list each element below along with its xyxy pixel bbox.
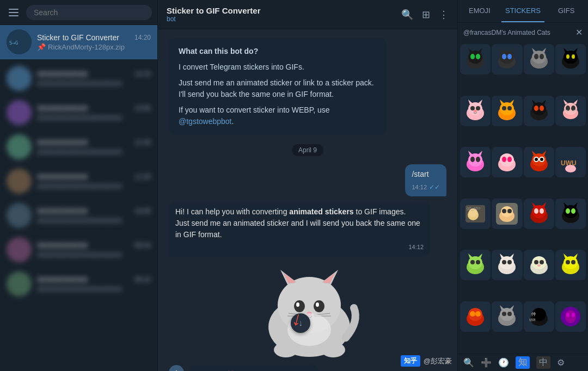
more-button[interactable]: ⋮	[439, 9, 449, 21]
language-badge: 中	[536, 356, 550, 369]
chat-preview: 📌 RickAndMorty-128px.zip	[37, 43, 151, 51]
chat-preview: XXXXXXXXXXXXXXXXXX	[37, 79, 151, 88]
chat-item[interactable]: XXXXXXXXXX 11:20 XXXXXXXXXXXXXXXXXX	[0, 164, 157, 199]
svg-point-49	[470, 106, 475, 110]
preview-text: RickAndMorty-128px.zip	[48, 43, 125, 51]
sticker-item[interactable]	[492, 96, 522, 126]
svg-point-134	[566, 260, 570, 264]
sticker-item[interactable]	[460, 96, 491, 126]
cat-sticker-3	[525, 45, 553, 73]
sticker-item[interactable]	[460, 301, 491, 332]
close-sticker-panel-button[interactable]: ✕	[575, 27, 583, 38]
tab-gifs[interactable]: GIFS	[544, 0, 588, 22]
layout-button[interactable]: ⊞	[422, 9, 430, 21]
settings-icon[interactable]: ⚙	[557, 357, 565, 368]
sender-avatar: A	[169, 365, 184, 372]
svg-point-57	[507, 106, 512, 110]
chat-item[interactable]: XXXXXXXXXX 13:55 XXXXXXXXXXXXXXXXXX	[0, 96, 157, 130]
svg-point-31	[502, 54, 506, 59]
chat-item[interactable]: XXXXXXXXXX 09:10 XXXXXXXXXXXXXXXXXX	[0, 267, 157, 301]
pin-icon: 📌	[37, 43, 46, 51]
outgoing-message-row: /start 14:12 ✓✓	[169, 164, 446, 196]
avatar	[7, 169, 32, 194]
sticker-item[interactable]	[524, 147, 554, 177]
svg-point-139	[475, 311, 481, 317]
svg-point-153	[572, 313, 575, 317]
sticker-item[interactable]	[492, 44, 522, 75]
avatar: S→G	[7, 29, 32, 54]
watermark-author: @彭宏豪	[424, 356, 452, 366]
cat-sticker-13: gif_stio	[461, 200, 489, 228]
chat-item[interactable]: XXXXXXXXXX 09:44 XXXXXXXXXXXXXXXXXX	[0, 233, 157, 267]
sticker-item[interactable]	[492, 301, 522, 332]
hamburger-line-3	[9, 15, 19, 16]
chat-item[interactable]: XXXXXXXXXX 12:30 XXXXXXXXXXXXXXXXXX	[0, 130, 157, 164]
main-chat: Sticker to GIF Converter bot 🔍 ⊞ ⋮ What …	[158, 0, 457, 371]
sidebar: S→G Sticker to GIF Converter 14:20 📌 Ric…	[0, 0, 158, 371]
main-wrapper: Sticker to GIF Converter bot 🔍 ⊞ ⋮ What …	[158, 0, 457, 371]
chat-name-row: XXXXXXXXXX 09:44	[37, 241, 151, 250]
chat-info: XXXXXXXXXX 09:10 XXXXXXXXXXXXXXXXXX	[37, 275, 151, 293]
svg-point-126	[532, 256, 546, 269]
svg-point-18	[321, 342, 345, 357]
message-time: 14:12	[408, 243, 424, 252]
svg-point-99	[502, 209, 506, 213]
chat-list: S→G Sticker to GIF Converter 14:20 📌 Ric…	[0, 25, 157, 371]
recent-sticker-icon[interactable]: 🕐	[498, 357, 509, 368]
sticker-item[interactable]	[524, 250, 554, 280]
sticker-item[interactable]	[460, 44, 491, 75]
sticker-item[interactable]	[555, 250, 586, 280]
svg-point-8	[294, 300, 305, 312]
add-sticker-icon[interactable]: ➕	[481, 357, 492, 368]
chat-item[interactable]: S→G Sticker to GIF Converter 14:20 📌 Ric…	[0, 25, 157, 59]
sticker-message-row	[250, 262, 365, 360]
sticker-item[interactable]	[555, 199, 586, 229]
sticker-item[interactable]: 仲 猫咪	[524, 301, 554, 332]
sidebar-header	[0, 0, 157, 25]
svg-point-129	[537, 264, 541, 267]
cat-sticker-20	[556, 251, 585, 279]
sticker-item[interactable]	[555, 301, 586, 332]
sticker-item[interactable]	[492, 199, 522, 229]
cat-sticker-21	[461, 302, 489, 331]
search-input[interactable]	[26, 5, 152, 20]
sticker-item[interactable]	[555, 96, 586, 126]
search-button[interactable]: 🔍	[401, 9, 413, 21]
svg-point-38	[540, 54, 544, 59]
message-meta: 14:12	[175, 243, 424, 252]
chat-name-row: XXXXXXXXXX 11:20	[37, 172, 151, 181]
bot-link[interactable]: @tgstowebpbot	[179, 117, 232, 126]
scroll-down-button[interactable]: ↓	[291, 313, 310, 333]
outgoing-message: /start 14:12 ✓✓	[405, 164, 446, 196]
sticker-item[interactable]	[524, 96, 554, 126]
sticker-item[interactable]	[492, 147, 522, 177]
svg-point-10	[296, 302, 299, 307]
file-message: angola p 🩷 Sticker	[189, 365, 318, 372]
sticker-item[interactable]: gif_stio	[460, 199, 491, 229]
tab-emoji[interactable]: EMOJI	[458, 0, 501, 22]
sticker-item[interactable]	[524, 199, 554, 229]
sticker-item[interactable]	[460, 250, 491, 280]
cat-sticker-2	[493, 45, 521, 73]
chat-header-icons: 🔍 ⊞ ⋮	[401, 9, 449, 21]
svg-point-56	[502, 106, 506, 110]
sticker-item[interactable]	[492, 250, 522, 280]
sticker-item[interactable]	[460, 147, 491, 177]
message-text: Hi! I can help you with converting anima…	[175, 207, 420, 239]
chat-name: XXXXXXXXXX	[37, 104, 88, 113]
svg-point-11	[316, 302, 319, 307]
zhihu-watermark: 知乎 @彭宏豪	[401, 355, 452, 367]
chat-item[interactable]: XXXXXXXXXX 10:05 XXXXXXXXXXXXXXXXXX	[0, 199, 157, 233]
tab-stickers[interactable]: STICKERS	[501, 0, 545, 22]
sticker-item[interactable]	[555, 44, 586, 75]
sticker-item[interactable]: UWU	[555, 147, 586, 177]
chat-item[interactable]: XXXXXXXXXX 14:10 XXXXXXXXXXXXXXXXXX	[0, 61, 157, 96]
search-sticker-icon[interactable]: 🔍	[463, 357, 474, 368]
cat-sticker-16	[556, 200, 585, 228]
svg-point-62	[534, 106, 538, 111]
svg-text:gif_stio: gif_stio	[467, 206, 481, 211]
chat-preview: XXXXXXXXXXXXXXXXXX	[37, 148, 151, 156]
sticker-item[interactable]	[524, 44, 554, 75]
hamburger-button[interactable]	[5, 5, 22, 20]
chat-preview: XXXXXXXXXXXXXXXXXX	[37, 182, 151, 190]
